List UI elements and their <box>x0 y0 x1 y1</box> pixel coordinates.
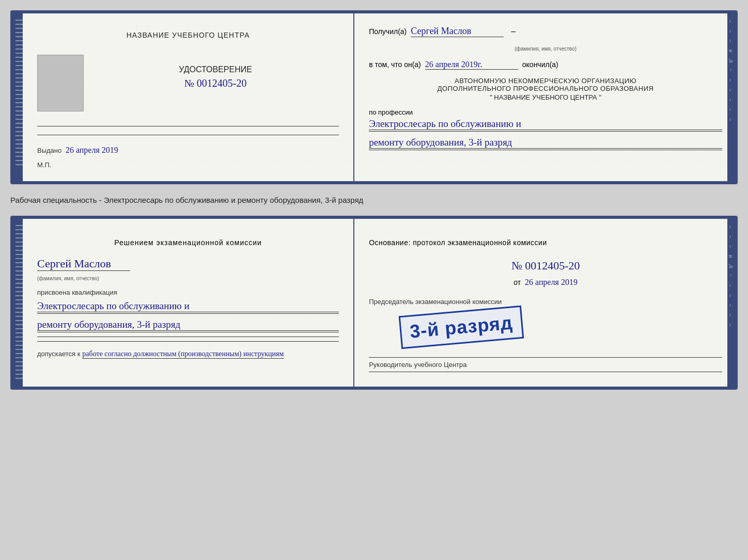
decision-label: Решением экзаменационной комиссии <box>114 238 262 247</box>
org-line2: ДОПОЛНИТЕЛЬНОГО ПРОФЕССИОНАЛЬНОГО ОБРАЗО… <box>369 85 722 92</box>
training-center-label-1: НАЗВАНИЕ УЧЕБНОГО ЦЕНТРА <box>37 31 339 39</box>
left-spine-2 <box>13 219 23 387</box>
name-handwritten-1: Сергей Маслов <box>411 26 504 37</box>
name-handwritten-2: Сергей Маслов <box>37 257 130 271</box>
date-value: 26 апреля 2019 <box>525 278 578 286</box>
in-that-label: в том, что он(а) <box>369 60 421 69</box>
cert-right-2: Основание: протокол экзаменационной коми… <box>354 219 727 387</box>
number-label-2: № 0012405-20 <box>369 259 722 273</box>
date-prefix: от <box>513 278 521 286</box>
photo-placeholder <box>37 55 84 111</box>
qualification-2: ремонту оборудования, 3-й разряд <box>37 319 339 331</box>
org-line1: АВТОНОМНУЮ НЕКОММЕРЧЕСКУЮ ОРГАНИЗАЦИЮ <box>369 77 722 85</box>
org-name: " НАЗВАНИЕ УЧЕБНОГО ЦЕНТРА " <box>369 93 722 101</box>
basis-label: Основание: протокол экзаменационной коми… <box>369 238 547 247</box>
stamp: 3-й разряд <box>399 306 524 349</box>
finished-label: окончил(а) <box>522 60 558 69</box>
certificate-title: УДОСТОВЕРЕНИЕ <box>92 65 339 74</box>
name-sublabel-2: (фамилия, имя, отчество) <box>37 276 99 281</box>
issued-label: Выдано <box>37 147 61 154</box>
stamp-text: 3-й разряд <box>409 312 514 343</box>
director-label: Руководитель учебного Центра <box>369 361 722 369</box>
cert-left-1: НАЗВАНИЕ УЧЕБНОГО ЦЕНТРА УДОСТОВЕРЕНИЕ №… <box>23 13 354 181</box>
cert-right-1: Получил(а) Сергей Маслов – (фамилия, имя… <box>354 13 727 181</box>
profession-line1: Электрослесарь по обслуживанию и <box>369 118 722 130</box>
date-handwritten-1: 26 апреля 2019г. <box>425 60 518 70</box>
dash-1: – <box>511 27 516 36</box>
certificate-number: № 0012405-20 <box>92 77 339 89</box>
allowed-label: допускается к <box>37 350 80 358</box>
chairman-label: Председатель экзаменационной комиссии <box>369 298 502 306</box>
mp-label: М.П. <box>37 161 339 169</box>
profession-label: по профессии <box>369 108 722 116</box>
assigned-label: присвоена квалификация <box>37 289 117 296</box>
right-margin-1: – – – и ,а ← – – – – – <box>727 13 735 181</box>
name-sublabel-1: (фамилия, имя, отчество) <box>515 46 576 52</box>
certificate-doc-2: Решением экзаменационной комиссии Сергей… <box>10 216 738 390</box>
page-wrapper: НАЗВАНИЕ УЧЕБНОГО ЦЕНТРА УДОСТОВЕРЕНИЕ №… <box>10 10 738 390</box>
allowed-text: работе согласно должностным (производств… <box>82 350 284 359</box>
profession-line2: ремонту оборудования, 3-й разряд <box>369 137 722 149</box>
cert-left-2: Решением экзаменационной комиссии Сергей… <box>23 219 354 387</box>
certificate-doc-1: НАЗВАНИЕ УЧЕБНОГО ЦЕНТРА УДОСТОВЕРЕНИЕ №… <box>10 10 738 184</box>
right-margin-2: – – – и ,а ← – – – – – <box>727 219 735 387</box>
received-label: Получил(а) <box>369 27 407 36</box>
between-label: Рабочая специальность - Электрослесарь п… <box>10 194 738 206</box>
issued-date: 26 апреля 2019 <box>66 146 118 154</box>
qualification-1: Электрослесарь по обслуживанию и <box>37 300 339 312</box>
left-spine-1 <box>13 13 23 181</box>
